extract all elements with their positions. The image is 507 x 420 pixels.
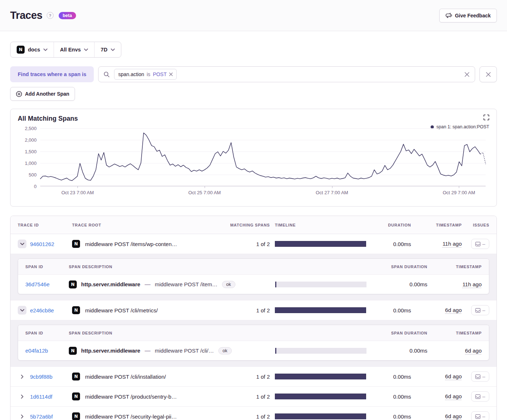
span-row[interactable]: 36d7546e N http.server.middleware — midd… (18, 275, 489, 294)
issues-empty-dash: – (482, 394, 485, 399)
search-icon (104, 71, 110, 78)
delete-span-filter-button[interactable] (479, 66, 497, 82)
y-axis-tick-label: 1,000 (25, 161, 37, 166)
span-duration-value: 0.00ms (377, 348, 427, 354)
x-axis-tick-mark (332, 186, 332, 188)
help-icon[interactable]: ? (47, 12, 54, 19)
trace-id-link[interactable]: 1d6114df (30, 394, 52, 400)
trace-id-link[interactable]: e246cb8e (30, 307, 54, 313)
chart-plot-area: 2,500 2,000 1,500 1,000 500 0 (40, 128, 486, 186)
header-trace-root: Trace Root (72, 223, 230, 227)
expand-row-button[interactable] (18, 372, 26, 381)
timestamp-link[interactable]: 6d ago (445, 373, 462, 379)
trace-root-label: middleware POST /items/wp-conten… (85, 241, 177, 247)
separator-dash: — (144, 348, 150, 354)
environment-selector[interactable]: All Envs (54, 42, 94, 57)
add-another-span-label: Add Another Span (25, 91, 69, 97)
duration-value: 0.00ms (375, 307, 411, 313)
collapse-row-button[interactable] (18, 306, 26, 315)
timeline-bar (275, 241, 366, 247)
y-axis-tick-label: 2,500 (25, 126, 37, 131)
span-description-label: middleware POST /item… (155, 281, 217, 287)
issues-empty-dash: – (482, 374, 485, 379)
expanded-spans-panel: Span ID Span Description Span Duration T… (11, 320, 496, 367)
expand-row-button[interactable] (18, 412, 26, 420)
nextjs-project-icon: N (17, 46, 25, 54)
table-row[interactable]: e246cb8e N middleware POST /cli/metrics/… (11, 300, 496, 320)
chevron-right-icon (20, 375, 24, 379)
header-span-description: Span Description (69, 331, 275, 335)
span-table-header-row: Span ID Span Description Span Duration T… (18, 325, 489, 341)
span-row[interactable]: e04fa12b N http.server.middleware — midd… (18, 341, 489, 360)
issues-indicator[interactable]: – (471, 371, 489, 382)
nextjs-project-icon: N (72, 373, 80, 381)
nextjs-project-icon: N (72, 240, 80, 248)
filter-token[interactable]: span.action is POST (114, 69, 177, 80)
project-selector-label: docs (28, 47, 40, 53)
inbox-icon (475, 374, 481, 379)
header-span-id: Span ID (25, 265, 69, 269)
project-selector[interactable]: N docs (11, 42, 54, 57)
close-icon (486, 72, 491, 77)
span-id-link[interactable]: 36d7546e (25, 281, 69, 287)
chevron-down-icon (111, 49, 115, 51)
duration-value: 0.00ms (375, 374, 411, 380)
inbox-icon (475, 242, 481, 246)
span-op-label: http.server.middleware (81, 348, 140, 354)
inbox-icon (475, 394, 481, 399)
expand-chart-button[interactable] (483, 115, 489, 120)
matching-spans-count: 1 of 2 (230, 394, 270, 400)
span-status-badge: ok (218, 347, 232, 354)
clear-search-button[interactable] (464, 72, 470, 77)
header-span-timestamp: Timestamp (427, 331, 482, 335)
y-axis-tick-label: 0 (34, 184, 37, 189)
span-status-badge: ok (222, 281, 235, 288)
collapse-row-button[interactable] (18, 240, 26, 248)
give-feedback-button[interactable]: Give Feedback (439, 9, 497, 22)
chart-x-axis: Oct 23 7:00 AM Oct 25 7:00 AM Oct 27 7:0… (40, 186, 486, 199)
date-range-label: 7D (101, 47, 108, 53)
issues-indicator[interactable]: – (471, 391, 489, 402)
timestamp-link[interactable]: 6d ago (445, 307, 462, 313)
header-span-duration: Span Duration (377, 331, 427, 335)
duration-value: 0.00ms (375, 241, 411, 247)
table-row[interactable]: 94601262 N middleware POST /items/wp-con… (11, 234, 496, 254)
remove-token-icon[interactable] (169, 72, 173, 76)
timeline-bar (275, 307, 366, 313)
y-axis-tick-label: 2,000 (25, 137, 37, 143)
trace-id-link[interactable]: 5b72a6bf (30, 413, 53, 420)
duration-value: 0.00ms (375, 413, 411, 420)
timestamp-link[interactable]: 11h ago (443, 241, 462, 247)
header-span-id: Span ID (25, 331, 69, 335)
x-axis-tick-mark (205, 186, 205, 188)
environment-selector-label: All Envs (60, 47, 81, 53)
expand-row-button[interactable] (18, 392, 26, 401)
date-range-selector[interactable]: 7D (94, 42, 121, 57)
y-axis-tick-label: 500 (29, 172, 37, 178)
span-timeline (275, 282, 377, 287)
span-timestamp-link[interactable]: 6d ago (465, 348, 482, 354)
beta-badge: beta (59, 12, 76, 19)
close-icon (464, 72, 470, 77)
span-id-link[interactable]: e04fa12b (25, 348, 69, 354)
fullscreen-icon (483, 115, 489, 120)
add-another-span-button[interactable]: Add Another Span (10, 87, 75, 101)
timestamp-link[interactable]: 6d ago (445, 393, 462, 399)
issues-indicator[interactable]: – (471, 411, 489, 420)
matching-spans-count: 1 of 2 (230, 374, 270, 380)
span-timeline-track (276, 282, 366, 287)
timestamp-link[interactable]: 6d ago (445, 413, 462, 419)
issues-indicator[interactable]: – (471, 305, 489, 315)
span-timestamp-link[interactable]: 11h ago (462, 281, 482, 287)
table-row[interactable]: 1d6114df N middleware POST /product/sent… (11, 387, 496, 407)
timeline-bar (275, 374, 366, 379)
trace-id-link[interactable]: 94601262 (30, 241, 54, 247)
table-row[interactable]: 5b72a6bf N middleware POST /security-leg… (11, 407, 496, 420)
table-row[interactable]: 9cb9f88b N middleware POST /cli/installa… (11, 367, 496, 387)
y-axis-tick-label: 1,500 (25, 149, 37, 154)
nextjs-project-icon: N (69, 280, 77, 288)
issues-indicator[interactable]: – (471, 239, 489, 249)
span-search-input[interactable]: span.action is POST (98, 66, 475, 82)
span-table-header-row: Span ID Span Description Span Duration T… (18, 259, 489, 275)
trace-id-link[interactable]: 9cb9f88b (30, 374, 53, 380)
